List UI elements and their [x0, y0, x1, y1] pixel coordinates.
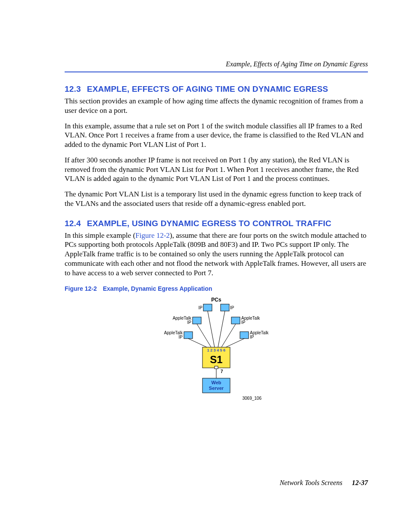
section-number: 12.4: [65, 219, 81, 228]
pcs-label: PCs: [211, 297, 221, 303]
connector-line: [208, 311, 215, 347]
section-12-3-heading: 12.3EXAMPLE, EFFECTS OF AGING TIME ON DY…: [65, 84, 368, 94]
figure-caption: Figure 12-2Example, Dynamic Egress Appli…: [65, 285, 368, 292]
port7-label: 7: [221, 369, 223, 374]
pc-icon: [193, 317, 201, 324]
server-label: Server: [209, 386, 224, 391]
drawing-id: 3069_106: [243, 396, 262, 401]
page-footer: Network Tools Screens 12-37: [280, 479, 368, 487]
paragraph: This section provides an example of how …: [65, 96, 368, 115]
pc-icon: [203, 304, 212, 311]
section-number: 12.3: [65, 84, 81, 93]
ip-label: IP: [187, 320, 192, 325]
figure-number: Figure 12-2: [65, 285, 97, 292]
pc-icon: [221, 304, 229, 311]
pc-icon: [231, 317, 240, 324]
paragraph: The dynamic Port VLAN List is a temporar…: [65, 190, 368, 208]
connector-line: [188, 339, 207, 347]
paragraph: If after 300 seconds another IP frame is…: [65, 156, 368, 184]
header-rule: [65, 72, 368, 72]
ip-label: IP: [241, 320, 246, 325]
page-number: 12-37: [352, 479, 368, 486]
figure-diagram: PCs IP IP AppleTalk IP AppleTalk IP Appl…: [65, 296, 368, 408]
paragraph: In this simple example (Figure 12-2), as…: [65, 231, 368, 278]
section-12-4-heading: 12.4EXAMPLE, USING DYNAMIC EGRESS TO CON…: [65, 219, 368, 228]
dynamic-egress-diagram: PCs IP IP AppleTalk IP AppleTalk IP Appl…: [152, 296, 281, 408]
switch-label: S1: [210, 354, 222, 365]
paragraph: In this example, assume that a rule set …: [65, 121, 368, 149]
ip-label: IP: [250, 335, 254, 339]
footer-text: Network Tools Screens: [280, 479, 342, 486]
ip-label: IP: [199, 305, 203, 310]
figure-title: Example, Dynamic Egress Application: [103, 285, 212, 292]
ip-label: IP: [179, 335, 183, 339]
section-title: EXAMPLE, USING DYNAMIC EGRESS TO CONTROL…: [87, 219, 331, 228]
pc-icon: [240, 332, 249, 339]
port-numbers: 1 2 3 4 5 6: [207, 348, 226, 352]
paragraph-text: In this simple example (: [65, 231, 135, 240]
section-title: EXAMPLE, EFFECTS OF AGING TIME ON DYNAMI…: [87, 84, 328, 93]
connector-line: [218, 311, 225, 347]
web-label: Web: [211, 380, 221, 385]
running-header: Example, Effects of Aging Time on Dynami…: [65, 60, 368, 68]
figure-link[interactable]: Figure 12-2: [135, 231, 170, 240]
pc-icon: [184, 332, 193, 339]
port7-stub: [215, 366, 218, 369]
ip-label: IP: [230, 305, 234, 310]
connector-line: [226, 339, 244, 347]
